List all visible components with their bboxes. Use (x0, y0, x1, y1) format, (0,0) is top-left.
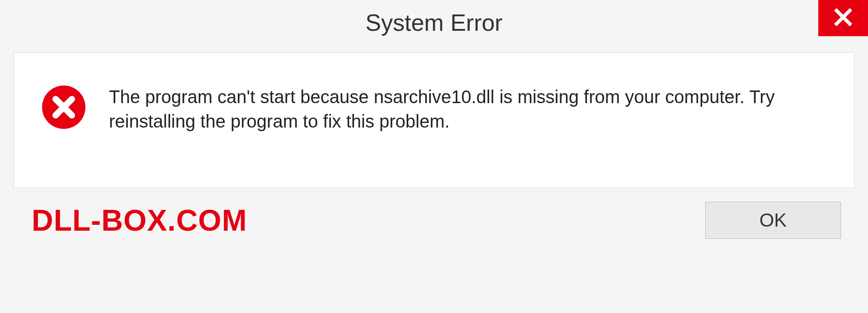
titlebar: System Error (0, 0, 868, 45)
dialog-title: System Error (365, 9, 502, 36)
error-message: The program can't start because nsarchiv… (109, 85, 810, 133)
error-icon (41, 85, 86, 130)
ok-button[interactable]: OK (705, 202, 841, 239)
watermark-text: DLL-BOX.COM (32, 203, 247, 237)
system-error-dialog: System Error The program can't start bec… (0, 0, 868, 313)
close-icon (833, 7, 853, 29)
footer-bar: DLL-BOX.COM OK (14, 188, 854, 239)
close-button[interactable] (818, 0, 868, 36)
content-panel: The program can't start because nsarchiv… (14, 52, 854, 188)
